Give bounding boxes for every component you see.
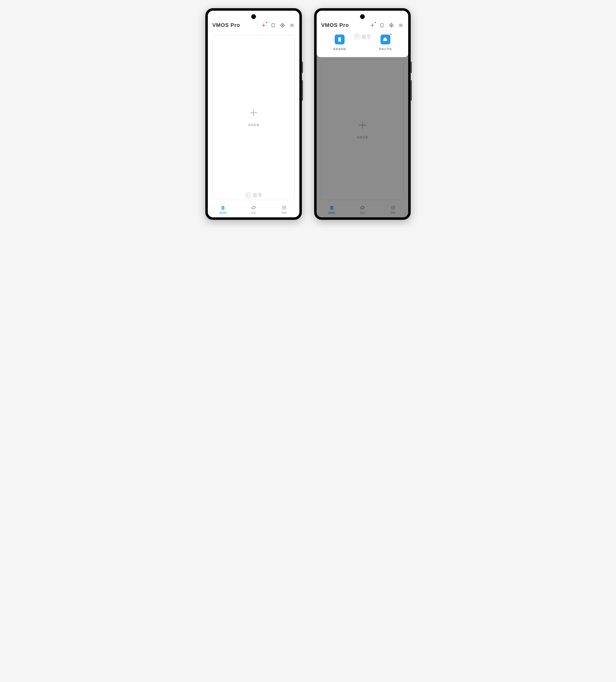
phone-screen: VMOS Pro	[317, 11, 408, 217]
target-button[interactable]	[280, 22, 285, 28]
phone-mockup-right: VMOS Pro	[314, 8, 411, 220]
svg-point-25	[391, 25, 392, 25]
target-button[interactable]	[388, 22, 394, 28]
menu-button[interactable]	[289, 22, 295, 28]
add-dropdown-panel: 添加虚拟机 添加云手机 F 趣享	[317, 32, 408, 57]
app-header: VMOS Pro	[317, 11, 408, 32]
add-vm-option[interactable]: 添加虚拟机	[333, 35, 346, 51]
camera-hole	[360, 15, 365, 19]
add-button[interactable]	[370, 22, 375, 28]
svg-rect-14	[221, 206, 224, 207]
phone-screen: VMOS Pro	[208, 11, 299, 217]
server-icon	[220, 205, 226, 210]
watermark-text: 趣享	[361, 33, 371, 40]
svg-rect-23	[381, 23, 383, 27]
nav-label: 我的	[282, 211, 287, 215]
svg-point-34	[339, 41, 340, 41]
app-header: VMOS Pro	[208, 11, 299, 32]
nav-tab-community[interactable]: 社区	[243, 205, 264, 215]
svg-rect-20	[283, 207, 286, 207]
svg-rect-16	[221, 209, 224, 209]
add-button[interactable]	[261, 22, 266, 28]
add-cloud-phone-option[interactable]: 添加云手机	[379, 35, 392, 51]
dropdown-label: 添加云手机	[379, 47, 392, 51]
planet-icon	[251, 205, 256, 210]
camera-hole	[251, 15, 256, 19]
cloud-icon	[380, 35, 390, 44]
watermark-badge: F	[354, 33, 360, 40]
menu-button[interactable]	[398, 22, 404, 28]
notification-dot	[266, 22, 267, 23]
nav-label: 社区	[251, 211, 256, 215]
bottom-nav: 虚拟机 社区 我的	[208, 202, 299, 217]
multi-window-button[interactable]	[379, 22, 385, 28]
main-content: 添加设备	[208, 32, 299, 202]
svg-rect-2	[272, 23, 275, 27]
app-title: VMOS Pro	[321, 22, 349, 28]
add-device-card[interactable]: 添加设备	[212, 35, 295, 200]
svg-rect-15	[221, 207, 224, 208]
add-device-label: 添加设备	[248, 123, 259, 127]
multi-window-button[interactable]	[270, 22, 276, 28]
plus-icon	[249, 108, 258, 118]
svg-point-18	[251, 206, 256, 209]
notification-dot	[390, 34, 392, 35]
dropdown-label: 添加虚拟机	[333, 47, 346, 51]
notification-dot	[375, 22, 376, 23]
watermark: F 趣享	[354, 33, 371, 40]
svg-point-4	[282, 25, 283, 25]
svg-point-19	[282, 206, 286, 209]
header-actions	[261, 22, 295, 28]
nav-tab-mine[interactable]: 我的	[274, 205, 294, 215]
phone-mockup-left: VMOS Pro	[205, 8, 302, 220]
nav-label: 虚拟机	[219, 211, 227, 215]
smile-icon	[282, 205, 287, 210]
header-actions	[370, 22, 404, 28]
app-title: VMOS Pro	[212, 22, 240, 28]
nav-tab-vm[interactable]: 虚拟机	[213, 205, 233, 215]
phone-icon	[335, 35, 345, 44]
